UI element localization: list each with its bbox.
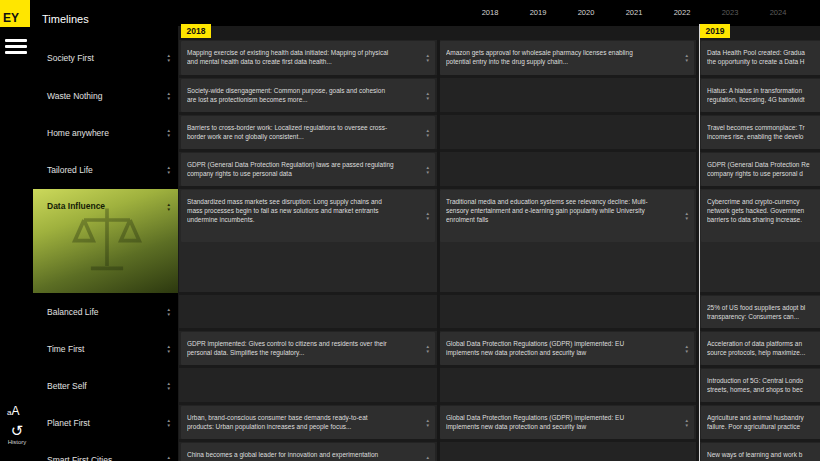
year-badge-2019: 2019: [700, 24, 730, 38]
sort-icon[interactable]: ▲▼: [426, 455, 430, 461]
timeline-card[interactable]: Hiatus: A hiatus in transformationregula…: [701, 79, 820, 112]
timeline-card[interactable]: GDPR (General Data Protection Recompany …: [701, 153, 820, 186]
card-line: Society-wide disengagement: Common purpo…: [187, 86, 421, 95]
sort-icon[interactable]: ▲▼: [167, 128, 171, 138]
sidebar-item-data-influence[interactable]: Data Influence ▲▼: [33, 189, 178, 293]
card-line: implements new data protection and secur…: [446, 348, 680, 357]
sort-icon[interactable]: ▲▼: [685, 344, 689, 354]
sort-icon[interactable]: ▲▼: [426, 165, 430, 175]
card-line: mass processes begin to fail as new solu…: [187, 206, 421, 215]
sidebar-item-smart-first-cities[interactable]: Smart First Cities ▲▼: [33, 442, 178, 461]
card-line: Global Data Protection Regulations (GDPR…: [446, 339, 680, 348]
timeline-card[interactable]: Amazon gets approval for wholesale pharm…: [440, 41, 694, 75]
timeline-card[interactable]: Introduction of 5G: Central Londostreets…: [701, 369, 820, 402]
card-text: GDPR (General Data Protection Regulation…: [187, 160, 421, 178]
history-icon: ↺: [3, 423, 31, 439]
text-size-control[interactable]: aA: [7, 401, 19, 419]
sidebar-item-home-anywhere[interactable]: Home anywhere ▲▼: [33, 115, 178, 150]
timeline-card[interactable]: Society-wide disengagement: Common purpo…: [181, 79, 435, 112]
scale-year-2023[interactable]: 2023: [722, 8, 739, 17]
timeline-card[interactable]: Barriers to cross-border work: Localized…: [181, 116, 435, 149]
card-line: network gets hacked. Governmen: [707, 206, 820, 215]
card-line: GDPR (General Data Protection Regulation…: [187, 160, 421, 169]
timeline-card[interactable]: Urban, brand-conscious consumer base dem…: [181, 406, 435, 439]
sidebar-item-time-first[interactable]: Time First ▲▼: [33, 331, 178, 366]
timeline-card[interactable]: Standardized mass markets see disruption…: [181, 190, 435, 242]
sort-icon[interactable]: ▲▼: [426, 211, 430, 221]
sort-down-icon: ▼: [685, 58, 689, 63]
scale-year-2024[interactable]: 2024: [770, 8, 787, 17]
scale-year-2020[interactable]: 2020: [578, 8, 595, 17]
scale-year-2019[interactable]: 2019: [530, 8, 547, 17]
sort-down-icon: ▼: [426, 349, 430, 354]
sort-icon[interactable]: ▲▼: [167, 53, 171, 63]
sort-down-icon: ▼: [167, 349, 171, 354]
sort-down-icon: ▼: [426, 133, 430, 138]
scale-year-2018[interactable]: 2018: [482, 8, 499, 17]
timeline-card[interactable]: New ways of learning and work b ▲▼: [701, 443, 820, 461]
card-line: Hiatus: A hiatus in transformation: [707, 86, 820, 95]
sidebar-item-tailored-life[interactable]: Tailored Life ▲▼: [33, 152, 178, 187]
card-text: Global Data Protection Regulations (GDPR…: [446, 413, 680, 431]
sort-icon[interactable]: ▲▼: [426, 53, 430, 63]
timeline-card[interactable]: China becomes a global leader for innova…: [181, 443, 435, 461]
menu-icon[interactable]: [5, 39, 27, 57]
card-text: New ways of learning and work b: [707, 450, 820, 459]
sidebar-item-balanced-life[interactable]: Balanced Life ▲▼: [33, 295, 178, 329]
history-button[interactable]: ↺ History: [3, 423, 31, 445]
sort-icon[interactable]: ▲▼: [426, 418, 430, 428]
timeline-card[interactable]: Mapping exercise of existing health data…: [181, 41, 435, 75]
timeline-card[interactable]: GDPR (General Data Protection Regulation…: [181, 153, 435, 186]
timeline-card[interactable]: GDPR implemented: Gives control to citiz…: [181, 332, 435, 365]
sidebar-item-planet-first[interactable]: Planet First ▲▼: [33, 405, 178, 440]
timeline-card[interactable]: Data Health Pool created: Graduathe oppo…: [701, 41, 820, 75]
card-line: Barriers to cross-border work: Localized…: [187, 123, 421, 132]
card-line: Data Health Pool created: Gradua: [707, 48, 820, 57]
card-text: Amazon gets approval for wholesale pharm…: [446, 48, 680, 66]
card-line: implements new data protection and secur…: [446, 422, 680, 431]
sort-icon[interactable]: ▲▼: [167, 202, 171, 212]
card-text: Data Health Pool created: Graduathe oppo…: [707, 48, 820, 66]
sidebar-item-society-first[interactable]: Society First ▲▼: [33, 40, 178, 76]
card-line: Amazon gets approval for wholesale pharm…: [446, 48, 680, 57]
sidebar-item-label: Better Self: [33, 381, 167, 391]
timeline-card[interactable]: Global Data Protection Regulations (GDPR…: [440, 332, 694, 365]
timeline-card[interactable]: Travel becomes commonplace: Trincomes ri…: [701, 116, 820, 149]
card-line: GDPR implemented: Gives control to citiz…: [187, 339, 421, 348]
card-line: personal data. Simplifies the regulatory…: [187, 348, 421, 357]
card-line: company rights to use personal data: [187, 169, 421, 178]
timeline-card[interactable]: Agriculture and animal husbandryfailure.…: [701, 406, 820, 439]
timeline-card[interactable]: Traditional media and education systems …: [440, 190, 694, 242]
timeline-card[interactable]: 25% of US food suppliers adopt bltranspa…: [701, 296, 820, 328]
card-text: 25% of US food suppliers adopt bltranspa…: [707, 303, 820, 321]
sort-icon[interactable]: ▲▼: [167, 165, 171, 175]
sort-down-icon: ▼: [685, 216, 689, 221]
sort-icon[interactable]: ▲▼: [426, 344, 430, 354]
timeline-card[interactable]: Global Data Protection Regulations (GDPR…: [440, 406, 694, 439]
timeline-card[interactable]: Acceleration of data platforms ansource …: [701, 332, 820, 365]
sort-icon[interactable]: ▲▼: [167, 381, 171, 391]
sort-icon[interactable]: ▲▼: [167, 455, 171, 461]
sidebar-item-better-self[interactable]: Better Self ▲▼: [33, 368, 178, 403]
sort-icon[interactable]: ▲▼: [426, 91, 430, 101]
sort-icon[interactable]: ▲▼: [685, 53, 689, 63]
sort-icon[interactable]: ▲▼: [685, 211, 689, 221]
sidebar-item-label: Society First: [33, 53, 167, 63]
timeline-card[interactable]: Cybercrime and crypto-currencynetwork ge…: [701, 190, 820, 242]
scale-year-2021[interactable]: 2021: [626, 8, 643, 17]
sort-icon[interactable]: ▲▼: [167, 307, 171, 317]
sort-icon[interactable]: ▲▼: [426, 128, 430, 138]
card-text: Cybercrime and crypto-currencynetwork ge…: [707, 197, 820, 224]
scale-year-2022[interactable]: 2022: [674, 8, 691, 17]
card-text: Urban, brand-conscious consumer base dem…: [187, 413, 421, 431]
sort-icon[interactable]: ▲▼: [685, 418, 689, 428]
card-line: products: Urban population increases and…: [187, 422, 421, 431]
sort-icon[interactable]: ▲▼: [167, 91, 171, 101]
card-text: Society-wide disengagement: Common purpo…: [187, 86, 421, 104]
card-line: source protocols, help maximize...: [707, 348, 820, 357]
timelines-app: 2018201920202021202220232024 EY Timeline…: [0, 0, 820, 461]
sort-icon[interactable]: ▲▼: [167, 418, 171, 428]
sidebar-item-waste-nothing[interactable]: Waste Nothing ▲▼: [33, 78, 178, 113]
sort-icon[interactable]: ▲▼: [167, 344, 171, 354]
page-title: Timelines: [42, 13, 89, 25]
